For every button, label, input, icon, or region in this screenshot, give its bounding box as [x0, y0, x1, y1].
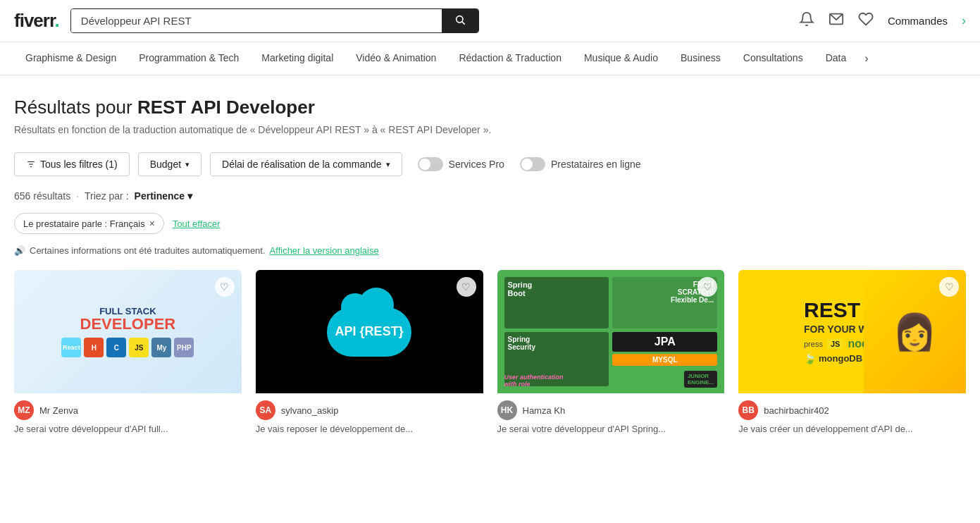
wishlist-button-2[interactable]: ♡	[457, 277, 476, 297]
prestataires-label: Prestataires en ligne	[551, 159, 641, 170]
prestataires-toggle[interactable]	[520, 157, 545, 171]
product-image-3: SpringBoot FROMSCRATCH!Flexible De... Sp…	[497, 270, 725, 393]
css-icon: C	[106, 338, 126, 357]
wishlist-button-1[interactable]: ♡	[215, 277, 235, 297]
jpa-tag: JPA	[612, 332, 717, 352]
filters-bar: Tous les filtres (1) Budget ▾ Délai de r…	[14, 152, 966, 176]
results-subtitle: Résultats en fonction de la traduction a…	[14, 124, 966, 135]
prestataires-toggle-group: Prestataires en ligne	[520, 157, 641, 171]
seller-info-3: HK Hamza Kh	[497, 393, 725, 423]
avatar-initials-1: MZ	[14, 400, 34, 420]
avatar-1: MZ	[14, 400, 34, 420]
language-filter-close[interactable]: ×	[149, 218, 155, 229]
search-bar	[70, 8, 479, 33]
product-card-3[interactable]: SpringBoot FROMSCRATCH!Flexible De... Sp…	[497, 270, 725, 440]
delay-filter-button[interactable]: Délai de réalisation de la commande ▾	[210, 152, 402, 176]
search-button[interactable]	[442, 9, 478, 32]
delay-chevron-icon: ▾	[386, 160, 390, 169]
clear-all-button[interactable]: Tout effacer	[173, 219, 221, 229]
wishlist-button-4[interactable]: ♡	[939, 277, 959, 297]
svg-point-0	[457, 16, 463, 22]
main-nav: Graphisme & Design Programmation & Tech …	[0, 42, 980, 75]
js-icon: JS	[129, 338, 149, 357]
sort-dropdown[interactable]: Pertinence ▾	[135, 190, 193, 202]
php-icon: PHP	[174, 338, 194, 357]
seller-info-2: SA sylvano_askip	[256, 393, 483, 423]
nav-item-musique[interactable]: Musique & Audio	[573, 42, 669, 75]
sort-value-text: Pertinence	[135, 190, 185, 202]
header-icons: Commandes ›	[799, 11, 966, 30]
wordpress-label: press	[804, 340, 823, 348]
nav-item-data[interactable]: Data	[814, 42, 858, 75]
sort-label: Triez par :	[85, 190, 129, 202]
search-input[interactable]	[71, 9, 442, 32]
nav-item-programmation[interactable]: Programmation & Tech	[128, 42, 250, 75]
results-title: Résultats pour REST API Developer	[14, 97, 966, 118]
nav-item-marketing[interactable]: Marketing digital	[250, 42, 345, 75]
product-desc-1: Je serai votre développeur d'API full...	[14, 423, 242, 440]
avatar-4: BB	[738, 400, 758, 420]
product-card-1[interactable]: FULL STACK DEVELOPER React H C JS My PHP…	[14, 270, 242, 440]
avatar-initials-4: BB	[738, 400, 758, 420]
mongodb-leaf: 🍃	[804, 353, 816, 364]
nav-item-graphisme[interactable]: Graphisme & Design	[14, 42, 128, 75]
active-filters: Le prestataire parle : Français × Tout e…	[14, 213, 966, 234]
delay-label: Délai de réalisation de la commande	[222, 159, 381, 170]
person-emoji: 👩	[893, 312, 936, 352]
spring-boot-tag: SpringBoot	[504, 277, 609, 328]
show-english-link[interactable]: Afficher la version anglaise	[270, 245, 379, 256]
separator-dot: ·	[76, 190, 79, 202]
mail-icon[interactable]	[829, 11, 844, 30]
all-filters-button[interactable]: Tous les filtres (1)	[14, 152, 130, 176]
avatar-3: HK	[497, 400, 517, 420]
nav-item-consultations[interactable]: Consultations	[732, 42, 814, 75]
nav-more-button[interactable]: ›	[857, 42, 875, 75]
card1-title-line2: DEVELOPER	[61, 316, 194, 332]
results-title-prefix: Résultats pour	[14, 97, 137, 118]
logo[interactable]: fiverr.	[14, 10, 59, 32]
heart-icon[interactable]	[858, 11, 874, 30]
search-icon	[454, 14, 466, 25]
all-filters-label: Tous les filtres (1)	[40, 159, 118, 170]
logo-text: fiverr	[14, 10, 55, 31]
budget-filter-button[interactable]: Budget ▾	[138, 152, 201, 176]
nav-item-video[interactable]: Vidéo & Animation	[345, 42, 447, 75]
language-filter-text: Le prestataire parle : Français	[23, 219, 145, 229]
nav-item-business[interactable]: Business	[669, 42, 732, 75]
header: fiverr. Commandes	[0, 0, 980, 42]
seller-info-4: BB bachirbachir402	[738, 393, 966, 423]
budget-chevron-icon: ▾	[185, 160, 190, 169]
product-image-2: API {REST} ♡	[256, 270, 483, 393]
product-desc-4: Je vais créer un développement d'API de.…	[738, 423, 966, 440]
translation-text: Certaines informations ont été traduites…	[30, 245, 266, 256]
main-content: Résultats pour REST API Developer Résult…	[0, 75, 980, 454]
nav-item-redaction[interactable]: Rédaction & Traduction	[447, 42, 573, 75]
card1-tech-icons: React H C JS My PHP	[61, 338, 194, 357]
cloud-text: API {REST}	[335, 324, 404, 339]
js-badge: JS	[827, 339, 843, 349]
junior-badge: JUNIORENGINE...	[684, 371, 717, 388]
results-count: 656 résultats	[14, 190, 70, 202]
sort-chevron-icon: ▾	[187, 190, 192, 202]
services-pro-toggle-group: Services Pro	[418, 157, 504, 171]
product-desc-2: Je vais reposer le développement de...	[256, 423, 483, 440]
product-grid: FULL STACK DEVELOPER React H C JS My PHP…	[14, 270, 966, 440]
translation-icon: 🔊	[14, 245, 25, 256]
product-desc-3: Je serai votre développeur d'API Spring.…	[497, 423, 725, 440]
product-card-2[interactable]: API {REST} ♡ SA sylvano_askip Je vais re…	[256, 270, 483, 440]
results-meta: 656 résultats · Triez par : Pertinence ▾	[14, 190, 966, 202]
user-chevron-icon[interactable]: ›	[962, 13, 966, 28]
filter-icon	[26, 159, 36, 169]
commandes-link[interactable]: Commandes	[888, 15, 948, 27]
product-card-4[interactable]: REST API FOR YOUR WEB press JS node ● 🍃 …	[738, 270, 966, 440]
mysql-icon: My	[151, 338, 171, 357]
seller-name-3: Hamza Kh	[523, 405, 566, 416]
logo-dot: .	[55, 10, 59, 31]
services-pro-toggle[interactable]	[418, 157, 443, 171]
react-icon: React	[61, 338, 81, 357]
api-cloud: API {REST}	[327, 307, 411, 357]
results-title-bold: REST API Developer	[137, 97, 315, 118]
bell-icon[interactable]	[799, 11, 814, 30]
cloud-shape: API {REST}	[327, 307, 411, 357]
seller-name-1: Mr Zenva	[39, 405, 78, 416]
